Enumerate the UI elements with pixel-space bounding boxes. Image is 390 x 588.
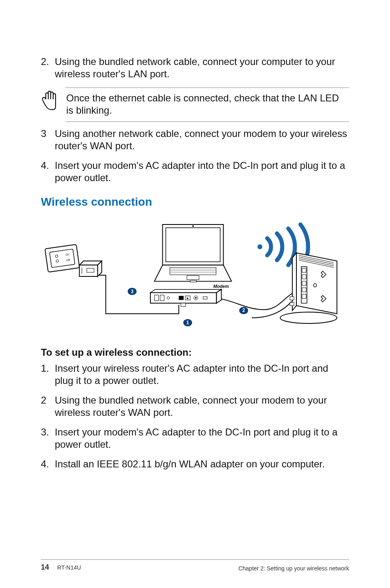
svg-text:2: 2 xyxy=(242,307,245,313)
list-text: Insert your modem's AC adapter into the … xyxy=(55,159,349,184)
footer-chapter: Chapter 2: Setting up your wireless netw… xyxy=(238,565,349,572)
svg-rect-19 xyxy=(155,295,159,301)
list-text: Using the bundled network cable, connect… xyxy=(55,56,349,80)
list-item: 2 Using the bundled network cable, conne… xyxy=(41,394,349,419)
svg-text:On: On xyxy=(65,253,69,256)
svg-text:Off: Off xyxy=(66,258,70,262)
svg-rect-35 xyxy=(302,275,306,279)
svg-point-25 xyxy=(195,297,197,299)
note-row: Once the ethernet cable is connected, ch… xyxy=(41,88,349,122)
page: 2. Using the bundled network cable, conn… xyxy=(0,0,390,588)
svg-text:3: 3 xyxy=(131,289,134,294)
svg-rect-26 xyxy=(203,297,207,299)
list-item: 1. Insert your wireless router's AC adap… xyxy=(41,362,349,387)
list-item: 3. Insert your modem's AC adapter to the… xyxy=(41,426,349,451)
list-item: 3 Using another network cable, connect y… xyxy=(41,128,349,152)
wireless-connection-diagram: On Off xyxy=(41,216,349,334)
svg-rect-22 xyxy=(179,296,184,300)
footer-model: RT-N14U xyxy=(57,564,81,571)
svg-rect-27 xyxy=(181,303,186,306)
svg-rect-16 xyxy=(190,281,196,282)
note-text: Once the ethernet cable is connected, ch… xyxy=(65,88,349,122)
svg-rect-38 xyxy=(302,294,306,298)
svg-point-39 xyxy=(314,284,317,287)
list-text: Using another network cable, connect you… xyxy=(55,128,349,152)
svg-rect-36 xyxy=(302,281,306,285)
callout-3: 3 xyxy=(128,288,137,295)
list-number: 3. xyxy=(41,426,55,451)
modem-icon: Modem xyxy=(150,284,229,307)
ac-adapter-icon xyxy=(79,261,102,276)
laptop-icon xyxy=(155,224,231,282)
svg-rect-15 xyxy=(187,276,199,280)
footer-left: 14 RT-N14U xyxy=(41,563,81,572)
svg-rect-34 xyxy=(302,268,306,272)
list-number: 1. xyxy=(41,362,55,387)
svg-rect-20 xyxy=(160,295,164,301)
list-item: 4. Insert your modem's AC adapter into t… xyxy=(41,159,349,184)
list-number: 4. xyxy=(41,458,55,470)
svg-rect-1 xyxy=(49,249,75,267)
svg-rect-6 xyxy=(79,265,98,276)
svg-rect-9 xyxy=(166,228,220,262)
list-number: 3 xyxy=(41,128,55,152)
hand-stop-icon xyxy=(41,88,59,111)
svg-point-28 xyxy=(280,312,337,323)
list-text: Insert your modem's AC adapter to the DC… xyxy=(55,426,349,451)
svg-rect-41 xyxy=(290,302,294,305)
list-number: 2 xyxy=(41,394,55,419)
list-number: 2. xyxy=(41,56,55,80)
content-area: 2. Using the bundled network cable, conn… xyxy=(41,53,349,559)
list-item: 4. Install an IEEE 802.11 b/g/n WLAN ada… xyxy=(41,458,349,470)
list-text: Insert your wireless router's AC adapter… xyxy=(55,362,349,387)
wall-outlet-icon: On Off xyxy=(45,245,80,272)
page-number: 14 xyxy=(41,563,49,572)
svg-rect-37 xyxy=(302,288,306,292)
sub-heading: To set up a wireless connection: xyxy=(41,347,349,358)
svg-point-10 xyxy=(192,225,194,227)
svg-point-17 xyxy=(258,245,262,249)
callout-2: 2 xyxy=(239,307,248,314)
modem-label: Modem xyxy=(213,284,229,289)
section-heading: Wireless connection xyxy=(41,195,349,209)
list-number: 4. xyxy=(41,159,55,184)
callout-1: 1 xyxy=(183,319,192,326)
list-text: Using the bundled network cable, connect… xyxy=(55,394,349,419)
svg-rect-11 xyxy=(170,267,216,275)
page-footer: 14 RT-N14U Chapter 2: Setting up your wi… xyxy=(41,559,349,572)
list-text: Install an IEEE 802.11 b/g/n WLAN adapte… xyxy=(55,458,349,470)
list-item: 2. Using the bundled network cable, conn… xyxy=(41,56,349,80)
svg-rect-40 xyxy=(290,297,294,300)
svg-text:1: 1 xyxy=(186,320,189,325)
